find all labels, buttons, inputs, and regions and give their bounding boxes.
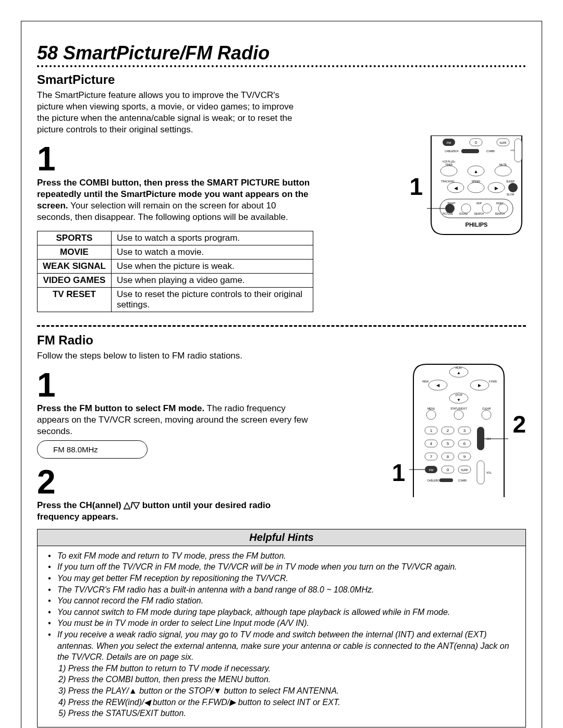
svg-point-57 [454,410,463,419]
page-header: 58 SmartPicture/FM Radio [37,42,526,64]
fm-step1-number: 1 [37,372,313,399]
svg-text:0: 0 [447,467,449,472]
manual-page: 58 SmartPicture/FM Radio SmartPicture Th… [21,21,542,728]
smartpicture-heading: SmartPicture [37,72,526,87]
svg-text:STOP: STOP [456,393,463,397]
svg-text:▼: ▼ [457,398,461,402]
svg-text:◀: ◀ [454,186,458,191]
svg-text:PICTURE: PICTURE [443,213,453,215]
svg-text:VCR PLUS+: VCR PLUS+ [442,161,456,163]
fm-step2-body: Press the CH(annel) △/▽ button until you… [37,500,313,523]
remote-illustration-1: 1 FM 0 SURF VOL CABLEBOX COMBI VCR PLUS+… [329,135,526,237]
svg-text:CABLEBOX: CABLEBOX [445,150,459,153]
mode-desc: Use to watch a sports program. [111,231,313,245]
svg-point-39 [498,204,508,213]
fm-step1-bold: Press the FM button to select FM mode. [37,403,204,413]
divider-dashed [37,325,526,327]
sp-step1-body: Press the COMBI button, then press the S… [37,177,313,223]
svg-text:◀: ◀ [436,383,440,388]
hint-item: You cannot record the FM radio station. [57,595,203,607]
svg-text:VOL: VOL [510,149,515,152]
svg-point-26 [508,183,518,192]
svg-point-13 [440,166,457,176]
svg-rect-86 [477,461,484,484]
remote-illustration-2: 1 PLAY▲ ◀REW ▶F.FWD STOP▼ MENU STATUS/EX… [329,362,526,497]
svg-text:SURF: SURF [461,468,469,472]
table-row: TV RESETUse to reset the picture control… [38,287,313,312]
hint-substep: 2) Press the COMBI button, then press th… [48,674,515,685]
svg-text:▲: ▲ [474,169,479,174]
fmradio-intro: Follow the steps below to listen to FM r… [37,350,526,362]
svg-text:SEARCH: SEARCH [474,213,484,215]
svg-text:CABLEBOX: CABLEBOX [427,479,442,482]
svg-text:VOL: VOL [486,471,492,474]
svg-point-17 [495,166,511,176]
hint-substep: 3) Press the PLAY/▲ button or the STOP/▼… [48,685,515,697]
svg-point-36 [482,204,492,213]
table-row: SPORTSUse to watch a sports program. [38,231,313,245]
mode-desc: Use when the picture is weak. [111,259,313,273]
mode-label: SPORTS [38,231,112,245]
hint-substep: 4) Press the REW(ind)/◀ button or the F.… [48,697,515,708]
frequency-display: FM 88.0MHz [37,440,148,459]
helpful-hints-box: Helpful Hints •To exit FM mode and retur… [37,529,526,727]
svg-point-55 [426,410,436,419]
hint-item: You must be in TV mode in order to selec… [57,618,309,629]
svg-text:FM: FM [429,468,434,472]
table-row: MOVIEUse to watch a movie. [38,245,313,259]
fmradio-heading: FM Radio [37,333,526,348]
sp-step1-rest: Your selection will remain on the screen… [37,201,288,222]
table-row: VIDEO GAMESUse when playing a video game… [38,273,313,287]
svg-text:TRACKING: TRACKING [441,180,455,183]
svg-text:▲: ▲ [457,371,461,375]
hint-item: The TV/VCR's FM radio has a built-in ant… [57,584,374,596]
svg-text:COMBI: COMBI [458,479,467,482]
svg-text:REW: REW [423,380,429,383]
hint-item: If you turn off the TV/VCR in FM mode, t… [57,561,457,573]
hint-substep: 1) Press the FM button to return to TV m… [48,663,515,674]
svg-text:CLEAR: CLEAR [482,407,491,410]
fm-step2-bold: Press the CH(annel) △/▽ button until you… [37,500,271,522]
svg-text:8: 8 [447,454,449,459]
fm-step1-body: Press the FM button to select FM mode. T… [37,403,313,437]
sp-step1-number: 1 [37,146,313,172]
hint-substep: 5) Press the STATUS/EXIT button. [48,708,515,719]
callout-1: 1 [392,459,406,487]
svg-text:2: 2 [447,428,449,433]
callout-2: 2 [512,410,526,438]
svg-text:4: 4 [430,441,433,446]
remote-icon: FM 0 SURF VOL CABLEBOX COMBI VCR PLUS+ T… [427,135,526,237]
mode-label: VIDEO GAMES [38,273,112,287]
svg-text:FM: FM [447,141,451,144]
hints-title: Helpful Hints [38,529,525,546]
svg-text:5: 5 [447,441,449,446]
hint-item: If you receive a weak radio signal, you … [57,629,515,663]
svg-text:SKIP: SKIP [476,202,482,205]
hint-item: To exit FM mode and return to TV mode, p… [57,550,286,562]
svg-text:SLOW: SLOW [507,193,515,196]
hints-body: •To exit FM mode and return to TV mode, … [38,546,525,727]
svg-text:PHILIPS: PHILIPS [466,221,488,228]
svg-text:6: 6 [463,441,466,446]
svg-text:▶: ▶ [478,383,482,388]
svg-point-22 [468,182,484,193]
svg-text:STATUS/EXIT: STATUS/EXIT [451,407,467,410]
svg-text:7: 7 [430,454,433,459]
mode-label: TV RESET [38,287,112,312]
mode-desc: Use when playing a video game. [111,273,313,287]
svg-point-32 [445,204,455,213]
page-title: SmartPicture/FM Radio [63,42,270,64]
svg-text:PLAY: PLAY [456,366,462,369]
hint-item: You cannot switch to FM mode during tape… [57,607,450,618]
svg-rect-84 [477,427,484,450]
svg-text:SURF: SURF [499,141,507,144]
page-number: 58 [37,42,58,64]
mode-desc: Use to watch a movie. [111,245,313,259]
mode-label: MOVIE [38,245,112,259]
svg-rect-6 [515,139,522,162]
mode-label: WEAK SIGNAL [38,259,112,273]
svg-text:0: 0 [475,141,477,144]
mode-desc: Use to reset the picture controls to the… [111,287,313,312]
callout-1: 1 [409,172,423,201]
table-row: WEAK SIGNALUse when the picture is weak. [38,259,313,273]
